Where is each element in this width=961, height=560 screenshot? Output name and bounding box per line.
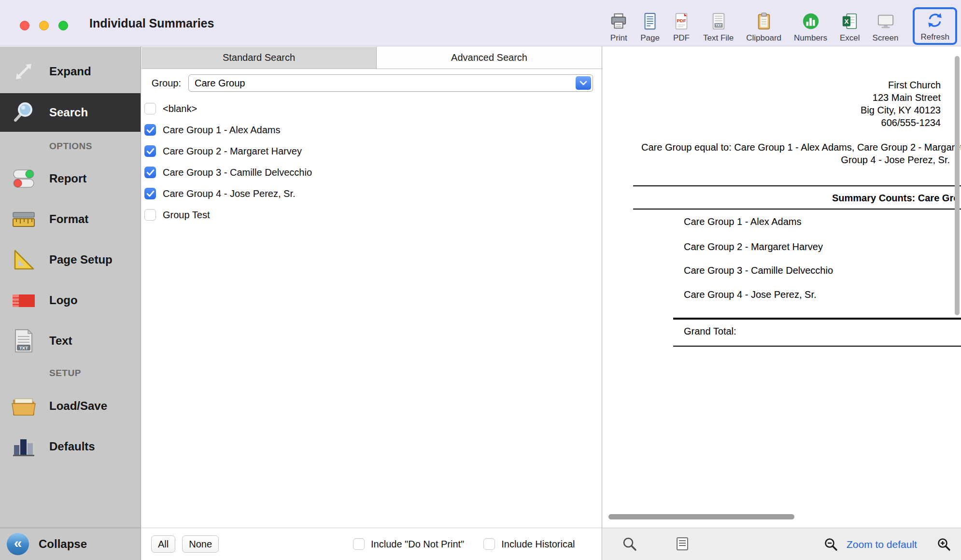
search-panel: Standard Search Advanced Search Group: C… — [141, 47, 602, 560]
tab-standard-search[interactable]: Standard Search — [141, 47, 377, 69]
sidebar-item-page-setup[interactable]: Page Setup — [0, 239, 141, 280]
chevron-down-icon[interactable] — [576, 76, 591, 90]
group-option-checkbox[interactable] — [144, 209, 156, 221]
refresh-button[interactable]: Refresh — [920, 11, 949, 42]
sidebar-item-label: Search — [49, 106, 88, 119]
sidebar-item-label: Page Setup — [49, 253, 113, 266]
group-row: Group: Care Group — [141, 74, 602, 92]
group-option-checkbox[interactable] — [144, 103, 156, 114]
report-rule — [633, 185, 961, 186]
sidebar-item-search[interactable]: Search — [0, 93, 141, 132]
zoom-to-default-link[interactable]: Zoom to default — [847, 528, 917, 560]
report-toggles-icon — [8, 165, 40, 193]
zoom-button[interactable] — [58, 21, 68, 30]
group-option-row[interactable]: Care Group 2 - Margaret Harvey — [141, 140, 602, 162]
screen-button[interactable]: Screen — [873, 12, 899, 43]
close-button[interactable] — [20, 21, 29, 30]
screen-label: Screen — [873, 33, 899, 43]
sidebar-item-label: Load/Save — [49, 399, 107, 413]
clipboard-icon — [755, 12, 773, 32]
document-lines-icon[interactable] — [675, 536, 690, 553]
pdf-button[interactable]: PDF PDF — [672, 12, 691, 43]
text-file-icon: TXT — [709, 12, 728, 32]
group-option-checkbox[interactable] — [144, 167, 156, 178]
zoom-in-icon[interactable] — [937, 537, 951, 554]
sidebar-section-setup: SETUP — [49, 366, 141, 380]
window-controls — [20, 21, 68, 30]
group-select[interactable]: Care Group — [188, 74, 593, 92]
all-button[interactable]: All — [151, 535, 175, 553]
minimize-button[interactable] — [39, 21, 49, 30]
report-phone: 606/555-1234 — [861, 116, 941, 129]
search-footer: All None Include "Do Not Print" Include … — [141, 528, 602, 560]
report-criteria-line2: Group 4 - Jose Perez, Sr. — [603, 154, 950, 166]
folder-icon — [8, 392, 40, 420]
report-rule — [673, 346, 961, 347]
zoom-out-icon[interactable] — [824, 537, 838, 554]
sidebar-item-label: Logo — [49, 294, 78, 307]
svg-text:TXT: TXT — [715, 24, 721, 27]
include-do-not-print-label: Include "Do Not Print" — [371, 539, 464, 550]
tab-advanced-label: Advanced Search — [451, 52, 527, 63]
clipboard-button[interactable]: Clipboard — [746, 12, 781, 43]
preview-footer: Zoom to default — [603, 528, 961, 560]
group-option-row[interactable]: Group Test — [141, 204, 602, 225]
excel-label: Excel — [840, 33, 860, 43]
print-button[interactable]: Print — [609, 12, 628, 43]
vertical-scrollbar[interactable] — [955, 56, 960, 315]
group-option-row[interactable]: Care Group 3 - Camille Delvecchio — [141, 162, 602, 183]
sidebar-item-format[interactable]: Format — [0, 199, 141, 239]
magnifier-icon[interactable] — [622, 536, 637, 554]
include-historical-checkbox[interactable] — [483, 538, 495, 550]
report-row: Care Group 3 - Camille Delvecchio — [684, 265, 833, 276]
sidebar-item-defaults[interactable]: Defaults — [0, 426, 141, 466]
pdf-label: PDF — [673, 33, 690, 43]
group-option-label: Group Test — [163, 210, 210, 221]
horizontal-scrollbar[interactable] — [608, 514, 794, 519]
excel-button[interactable]: X Excel — [840, 12, 860, 43]
sidebar-section-options: OPTIONS — [49, 140, 141, 153]
report-church-address: First Church 123 Main Street Big City, K… — [861, 79, 941, 129]
sidebar-item-report[interactable]: Report — [0, 158, 141, 198]
group-option-checkbox[interactable] — [144, 145, 156, 157]
numbers-button[interactable]: Numbers — [794, 12, 827, 43]
sidebar-item-label: Expand — [49, 65, 91, 78]
report-rule-thick — [673, 318, 961, 320]
clipboard-label: Clipboard — [746, 33, 781, 43]
refresh-label: Refresh — [920, 32, 949, 42]
sidebar-item-expand[interactable]: Expand — [0, 52, 141, 91]
report-address-line2: Big City, KY 40123 — [861, 104, 941, 116]
sidebar-item-logo[interactable]: Logo — [0, 280, 141, 320]
page-button[interactable]: Page — [640, 12, 660, 43]
toolbar: Print Page PDF — [609, 0, 957, 46]
text-file-button[interactable]: TXT Text File — [703, 12, 734, 43]
include-do-not-print-checkbox[interactable] — [353, 538, 365, 550]
sidebar-item-load-save[interactable]: Load/Save — [0, 386, 141, 426]
tab-standard-label: Standard Search — [223, 52, 295, 63]
expand-icon — [8, 57, 40, 85]
group-option-row[interactable]: Care Group 1 - Alex Adams — [141, 119, 602, 140]
page-label: Page — [640, 33, 660, 43]
group-option-row[interactable]: <blank> — [141, 98, 602, 119]
text-file-label: Text File — [703, 33, 734, 43]
report-preview-panel: First Church 123 Main Street Big City, K… — [603, 47, 961, 560]
sidebar-item-label: Text — [49, 334, 72, 348]
tab-advanced-search[interactable]: Advanced Search — [377, 47, 602, 69]
refresh-highlight-box: Refresh — [913, 7, 957, 45]
collapse-icon[interactable]: « — [7, 533, 29, 555]
txt-document-icon: TXT — [8, 327, 40, 355]
sidebar-item-text[interactable]: TXT Text — [0, 321, 141, 361]
none-button[interactable]: None — [182, 535, 219, 553]
svg-text:X: X — [844, 18, 848, 25]
numbers-label: Numbers — [794, 33, 827, 43]
screen-icon — [876, 12, 895, 32]
refresh-icon — [926, 11, 944, 31]
group-option-checkbox[interactable] — [144, 188, 156, 199]
report-section-title: Summary Counts: Care Gro — [832, 193, 959, 204]
page-title: Individual Summaries — [89, 0, 214, 46]
group-option-checkbox[interactable] — [144, 124, 156, 136]
printer-icon — [609, 12, 628, 32]
svg-text:PDF: PDF — [677, 18, 686, 23]
group-label: Group: — [141, 78, 181, 89]
group-option-row[interactable]: Care Group 4 - Jose Perez, Sr. — [141, 183, 602, 204]
